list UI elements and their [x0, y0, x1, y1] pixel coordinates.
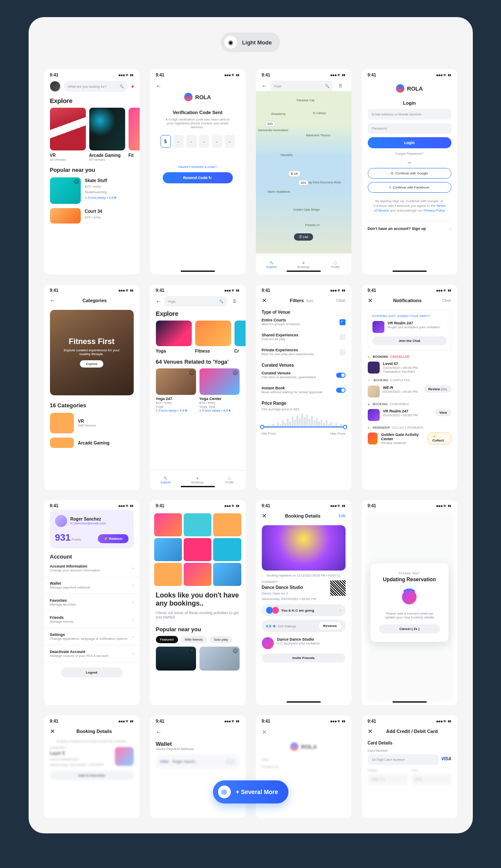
expiry-field[interactable]: MM / YY [368, 774, 408, 785]
category-card[interactable]: Fitness [195, 321, 231, 353]
settings-row[interactable]: FriendsManage friends› [44, 611, 140, 628]
redeem-button[interactable]: ⚡ Redeem [98, 534, 128, 543]
category-item[interactable]: Arcade Gaming [50, 438, 134, 448]
tab-profile[interactable]: ◯Profile [214, 471, 246, 490]
venue-card[interactable]: ♡ Yoga Center $15 / entry Yoga, Spa 1.5 … [199, 368, 240, 412]
checkbox-icon[interactable] [340, 334, 346, 340]
heart-icon[interactable]: ♡ [74, 179, 79, 184]
favorite-button[interactable]: Add to Favorites [50, 771, 134, 780]
category-card[interactable]: VR34 Venues [50, 108, 86, 162]
otp-inputs[interactable]: 5----- [150, 135, 246, 148]
filter-option[interactable]: Entire CourtsBest for groups of friends [262, 315, 346, 330]
notif-item[interactable]: ● Booking CANCELLED [368, 355, 451, 358]
category-hero[interactable]: Fitness First Explore curated experience… [50, 310, 134, 395]
filter-toggle[interactable]: Instant BookBook without waiting for ven… [262, 383, 346, 397]
tab-profile[interactable]: ◯Profile [319, 255, 352, 274]
clear-button[interactable]: Clear [442, 298, 451, 303]
chip-friends[interactable]: With friends [181, 636, 207, 643]
category-item[interactable]: VR348 Venues [50, 413, 134, 433]
venue-card[interactable]: ♡ [156, 647, 196, 671]
close-button[interactable]: ✕ [50, 728, 55, 735]
search-input[interactable]: Yoga🔍 [164, 296, 227, 306]
slider-handle[interactable] [343, 425, 347, 429]
filter-option[interactable]: Private ExperiencesBest for solo play an… [262, 344, 346, 359]
help-link[interactable]: Help [262, 758, 346, 762]
close-button[interactable]: ✕ [368, 297, 373, 304]
login-button[interactable]: Login [368, 137, 451, 148]
several-more-button[interactable]: ⊕ + Several More [213, 780, 288, 803]
close-button[interactable]: ✕ [262, 297, 267, 304]
avatar[interactable] [55, 515, 67, 527]
price-badge[interactable]: $ 15 [288, 171, 301, 177]
list-toggle[interactable]: ☰ List [294, 233, 313, 241]
back-button[interactable]: ← [156, 298, 162, 305]
venue-card[interactable]: ♡ [199, 647, 240, 671]
edit-button[interactable]: Edit [339, 514, 346, 518]
back-button[interactable]: ← [50, 297, 56, 304]
venue-item[interactable]: Court 34 $15 / entry [50, 208, 134, 224]
filter-option[interactable]: Shared ExperiencesFree-for-all play [262, 330, 346, 344]
venue-card[interactable]: ♡ Yoga 247 $15 / entry Yoga 1.5 kms away… [156, 368, 196, 412]
settings-row[interactable]: WalletManage payment methods› [44, 577, 140, 594]
google-button[interactable]: G Continue with Google [368, 168, 451, 179]
checkbox-icon[interactable] [340, 319, 346, 325]
chip-solo[interactable]: Solo play [210, 636, 232, 643]
back-button[interactable]: ← [262, 82, 268, 89]
filter-icon[interactable]: ☰ [335, 81, 346, 91]
clear-button[interactable]: Clear [336, 298, 346, 303]
rating-pill[interactable]: 4.8 ★ 524 RatingsReviews [262, 620, 346, 632]
tab-explore[interactable]: 🔍Explore [150, 471, 182, 490]
invite-button[interactable]: Invite Friends [262, 653, 346, 662]
forgot-link[interactable]: Forgot Password? [368, 152, 451, 156]
notif-badge[interactable] [132, 85, 134, 88]
category-card[interactable]: Yoga [156, 321, 192, 353]
settings-row[interactable]: Account InformationChange your account i… [44, 560, 140, 577]
payment-card[interactable]: VISA Roger Sanch... [156, 754, 240, 769]
globe-icon[interactable] [50, 81, 60, 91]
filter-icon[interactable]: ☰ [229, 296, 240, 306]
view-button[interactable]: View [435, 409, 451, 416]
close-button[interactable]: ✕ [368, 728, 373, 735]
back-button[interactable]: ← [156, 729, 162, 736]
venue-item[interactable]: ♡ Skate Stuff $15 / entry Skateboarding … [50, 177, 134, 204]
back-button[interactable]: ← [150, 82, 246, 89]
cvc-field[interactable]: CVC [411, 774, 451, 785]
toggle-icon[interactable] [336, 373, 346, 378]
filter-toggle[interactable]: Curated VenuesThe best of adventures, gu… [262, 368, 346, 383]
collect-button[interactable]: ⚡ Collect [428, 433, 451, 444]
review-button[interactable]: Review (2s) [424, 385, 451, 393]
loading-modal: PLEASE WAIT Updating Reservation Please … [370, 563, 449, 642]
resend-button[interactable]: Resend Code ↻ [163, 172, 233, 183]
contact-link[interactable]: Contact Us [262, 765, 346, 769]
password-field[interactable]: Password [368, 123, 451, 134]
card-number-field[interactable]: 16 Digit Card Number [368, 754, 439, 765]
logout-button[interactable]: Logout [61, 668, 123, 677]
category-card[interactable]: Arcade Gaming65 Venues [89, 108, 125, 162]
tab-explore[interactable]: 🔍Explore [256, 255, 288, 274]
search-input[interactable]: What are you looking for? 🔍 [64, 81, 128, 92]
toggle-icon[interactable] [336, 388, 346, 393]
email-field[interactable]: Email address or Mobile Number [368, 109, 451, 120]
settings-row[interactable]: FavoritesManage favorites› [44, 594, 140, 611]
going-pill[interactable]: You & K-C are going› [262, 604, 346, 616]
slider-handle[interactable] [260, 425, 264, 429]
settings-row[interactable]: Deactivate AccountManage closure of your… [44, 645, 140, 662]
chip-featured[interactable]: Featured [156, 636, 178, 643]
settings-row[interactable]: SettingsChange application, language & n… [44, 628, 140, 645]
cancel-button[interactable]: Cancel ( 2s ) [379, 624, 440, 633]
checkbox-icon[interactable] [340, 349, 346, 355]
signup-link[interactable]: Don't have an account? Sign up [368, 227, 426, 231]
category-card[interactable]: Fit [129, 108, 140, 162]
notif-card[interactable]: A FRIEND JUST JOINED YOUR PARTY VR Realm… [368, 310, 451, 350]
explore-button[interactable]: Explore [80, 360, 103, 368]
sort-button[interactable]: Sort [306, 299, 313, 303]
join-chat-button[interactable]: Join the Chat [372, 336, 447, 345]
search-input[interactable]: Yoga🔍 [270, 81, 333, 91]
facebook-button[interactable]: f Continue with Facebook [368, 182, 451, 193]
close-button[interactable]: ✕ [262, 729, 267, 736]
mode-label: Light Mode [242, 39, 272, 46]
qr-code[interactable] [330, 580, 346, 596]
close-button[interactable]: ✕ [262, 512, 267, 519]
map-view[interactable]: Paradise Cay El Campo Strawberry Belvede… [256, 91, 352, 253]
category-card[interactable]: Cr [234, 321, 246, 353]
